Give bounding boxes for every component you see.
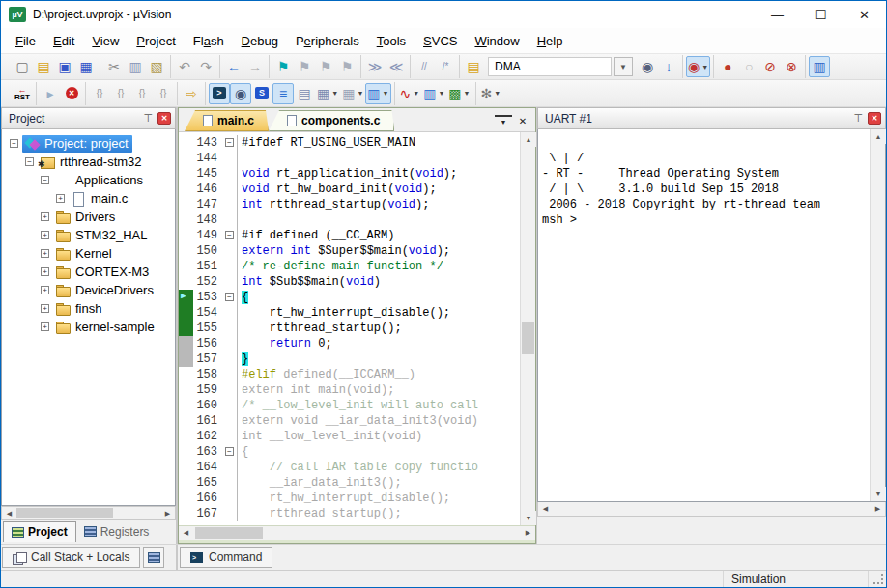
expand-icon[interactable]: + [41,212,49,221]
dropdown-arrow-icon[interactable]: ▼ [413,90,419,97]
outdent-button[interactable]: ≪ [386,56,407,77]
code-line-144[interactable]: 144 [179,151,520,166]
minimize-button[interactable]: — [756,1,799,28]
tree-item-main-c[interactable]: +main.c [2,189,175,208]
uart-hscrollbar[interactable]: ◀ ▶ [537,502,886,517]
show-next-statement-button[interactable]: ⇨ [181,83,202,104]
fold-collapse-icon[interactable]: − [225,231,234,239]
file-search-button[interactable]: ◉ [637,56,658,77]
debug-settings-button[interactable]: ✻▼ [479,83,503,104]
menu-peripherals[interactable]: Peripherals [287,30,368,52]
expand-icon[interactable]: + [41,231,49,239]
code-line-143[interactable]: 143−#ifdef RT_USING_USER_MAIN [179,135,520,151]
menu-edit[interactable]: Edit [44,30,83,52]
menu-debug[interactable]: Debug [233,30,287,52]
tree-item-stm32-hal[interactable]: +STM32_HAL [2,226,175,244]
editor-tab-components-c[interactable]: components.c [269,110,394,131]
expand-icon[interactable]: + [41,267,49,276]
tree-item-applications[interactable]: −Applications [2,171,175,189]
step-out-button[interactable]: {} [131,83,153,104]
logic-analyzer-button[interactable]: ∿▼ [398,83,422,104]
cut-button[interactable]: ✂ [103,56,125,77]
expand-icon[interactable]: + [41,322,49,331]
collapse-icon[interactable]: − [41,176,49,184]
fold-collapse-icon[interactable]: − [225,447,234,456]
menu-flash[interactable]: Flash [185,30,233,52]
code-line-149[interactable]: 149−#if defined (__CC_ARM) [179,228,520,243]
project-hscrollbar[interactable]: ◀ ▶ [1,506,176,520]
code-line-159[interactable]: 159extern int main(void); [179,382,520,398]
menu-svcs[interactable]: SVCS [415,30,466,52]
select-target-value[interactable]: DMA [488,57,612,76]
comment-button[interactable]: // [414,56,435,77]
code-line-145[interactable]: 145void rt_application_init(void); [179,166,520,182]
redo-button[interactable]: ↷ [195,56,216,77]
menu-window[interactable]: Window [466,30,528,52]
editor-tab-main-c[interactable]: main.c [185,110,269,131]
scroll-right-icon[interactable]: ▶ [160,507,175,519]
navigate-forward-button[interactable]: → [244,56,266,77]
chevron-down-icon[interactable]: ▼ [614,57,633,76]
scroll-down-icon[interactable]: ▼ [521,511,536,525]
expand-icon[interactable]: + [41,286,49,294]
menu-help[interactable]: Help [529,30,572,52]
tab-call-stack-locals[interactable]: Call Stack + Locals [2,547,140,568]
fold-collapse-icon[interactable]: − [225,293,234,301]
code-line-160[interactable]: 160/* __low_level_init will auto call [179,398,520,413]
tree-item-rtthread-stm32[interactable]: −rtthread-stm32 [2,153,175,171]
code-line-152[interactable]: 152int $Sub$$main(void) [179,274,520,290]
tab-project[interactable]: Project [3,521,76,542]
tree-item-kernel[interactable]: +Kernel [2,244,175,263]
code-line-165[interactable]: 165 __iar_data_init3(); [179,475,520,490]
disassembly-window-button[interactable]: ◉ [230,83,251,104]
code-line-148[interactable]: 148 [179,212,520,228]
uart-terminal[interactable]: \ | / - RT - Thread Operating System / |… [537,129,886,502]
tree-item-drivers[interactable]: +Drivers [2,208,175,226]
uncomment-button[interactable]: /* [435,56,456,77]
kill-all-breakpoints-button[interactable]: ⊗ [781,56,802,77]
memory-window-button[interactable]: ▦▼ [340,83,365,104]
run-button[interactable]: ▸ [40,83,61,104]
scroll-up-icon[interactable]: ▲ [871,129,886,144]
analysis-window-button[interactable]: ▤ [294,83,315,104]
find-button[interactable]: ↓ [658,56,679,77]
code-line-146[interactable]: 146void rt_hw_board_init(void); [179,182,520,197]
code-line-150[interactable]: 150extern int $Super$$main(void); [179,243,520,259]
project-window-button[interactable]: ▥ [809,56,830,77]
find-in-files-button[interactable]: ▤ [463,56,484,77]
dropdown-arrow-icon[interactable]: ▼ [383,90,389,97]
tree-item-devicedrivers[interactable]: +DeviceDrivers [2,281,175,299]
scroll-right-icon[interactable]: ▶ [871,502,885,516]
code-line-156[interactable]: 156 return 0; [179,336,520,351]
save-all-button[interactable]: ▦ [75,56,97,77]
serial-window-button[interactable]: ≡ [272,83,294,104]
uart-vscrollbar[interactable]: ▲ ▼ [870,129,885,501]
code-line-147[interactable]: 147int rtthread_startup(void); [179,197,520,212]
resize-grip[interactable] [872,573,885,586]
scroll-left-icon[interactable]: ◀ [538,502,553,516]
scroll-left-icon[interactable]: ◀ [2,507,16,519]
scroll-down-icon[interactable]: ▼ [871,487,886,501]
code-line-164[interactable]: 164 // call IAR table copy functio [179,460,520,475]
run-to-line-button[interactable]: {} [153,83,174,104]
code-line-162[interactable]: 162int __low_level_init(void) [179,429,520,444]
maximize-button[interactable]: ☐ [799,1,843,28]
expand-icon[interactable]: + [56,194,65,203]
menu-project[interactable]: Project [128,30,184,52]
tree-item-project-project[interactable]: −Project: project [2,134,175,153]
reset-cpu-button[interactable]: ←RST [12,83,33,104]
code-line-153[interactable]: 153−{ [179,290,520,305]
tree-item-cortex-m3[interactable]: +CORTEX-M3 [2,263,175,281]
dropdown-arrow-icon[interactable]: ▼ [438,90,444,97]
dropdown-arrow-icon[interactable]: ▼ [357,90,363,97]
menu-file[interactable]: File [7,30,44,52]
scroll-left-icon[interactable]: ◀ [179,526,193,540]
step-over-button[interactable]: {} [110,83,131,104]
editor-vscrollbar[interactable]: ▲ ▼ [520,132,535,525]
open-button[interactable]: ▤ [33,56,54,77]
save-button[interactable]: ▣ [54,56,75,77]
prev-bookmark-button[interactable]: ⚑ [294,56,315,77]
tree-item-kernel-sample[interactable]: +kernel-sample [2,318,175,336]
toolbox-button[interactable]: ▩▼ [446,83,472,104]
collapse-icon[interactable]: − [25,157,34,166]
